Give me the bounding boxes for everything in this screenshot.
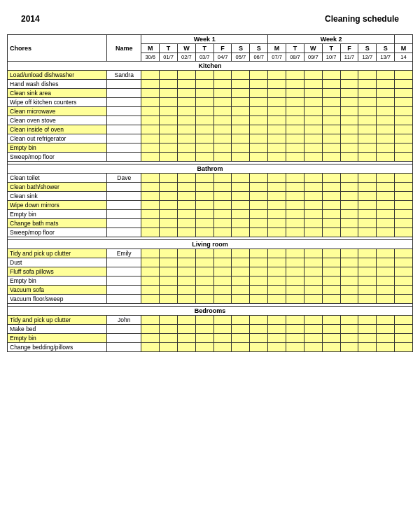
day-cell	[177, 107, 195, 116]
day-cell	[322, 80, 340, 89]
table-row: Dust	[8, 258, 413, 267]
day-cell	[340, 153, 358, 162]
day-cell	[286, 80, 304, 89]
day-cell	[214, 295, 232, 304]
day-cell	[141, 116, 160, 125]
day-cell	[214, 210, 232, 219]
day-cell	[214, 334, 232, 343]
chore-cell: Wipe off kitchen counters	[8, 98, 107, 107]
day-cell	[358, 153, 377, 162]
day-cell	[232, 183, 250, 192]
day-cell	[160, 89, 178, 98]
day-cell	[358, 210, 377, 219]
day-cell	[395, 334, 413, 343]
day-cell	[195, 334, 214, 343]
chore-cell: Clean out refrigerator	[8, 134, 107, 144]
day-cell	[141, 144, 160, 153]
day-cell	[141, 71, 160, 80]
table-row: Clean sink area	[8, 89, 413, 98]
day-cell	[268, 89, 286, 98]
day-cell	[340, 107, 358, 116]
day-cell	[358, 71, 377, 80]
day-cell	[232, 192, 250, 201]
table-row: Clean oven stove	[8, 116, 413, 125]
day-cell	[177, 89, 195, 98]
section-title-1: Bathrom	[8, 164, 413, 174]
day-cell	[250, 210, 268, 219]
day-cell	[160, 334, 178, 343]
day-cell	[395, 153, 413, 162]
day-cell	[377, 228, 395, 237]
day-cell	[160, 71, 178, 80]
day-cell	[395, 71, 413, 80]
day-cell	[304, 192, 322, 201]
day-cell	[304, 134, 322, 144]
day-cell	[322, 276, 340, 286]
day-cell	[377, 107, 395, 116]
day-cell	[395, 249, 413, 258]
day-cell	[250, 325, 268, 334]
day-cell	[304, 183, 322, 192]
name-cell: Dave	[107, 174, 141, 183]
table-row: Empty bin	[8, 334, 413, 343]
day-cell	[250, 295, 268, 304]
day-S3: S	[358, 44, 377, 53]
day-cell	[250, 125, 268, 134]
day-cell	[268, 258, 286, 267]
section-header-2: Living room	[8, 240, 413, 249]
day-W2: W	[304, 44, 322, 53]
day-cell	[322, 144, 340, 153]
day-cell	[268, 153, 286, 162]
day-cell	[177, 325, 195, 334]
day-cell	[177, 125, 195, 134]
day-cell	[141, 267, 160, 276]
day-cell	[141, 125, 160, 134]
day-cell	[340, 89, 358, 98]
day-cell	[214, 183, 232, 192]
day-cell	[268, 80, 286, 89]
day-cell	[195, 210, 214, 219]
day-cell	[286, 343, 304, 352]
day-cell	[160, 125, 178, 134]
day-cell	[250, 201, 268, 210]
day-cell	[322, 192, 340, 201]
day-cell	[177, 316, 195, 325]
section-title-2: Living room	[8, 240, 413, 249]
chore-cell: Change bath mats	[8, 219, 107, 228]
day-cell	[160, 192, 178, 201]
day-W1: W	[177, 44, 195, 53]
day-cell	[304, 125, 322, 134]
day-cell	[195, 343, 214, 352]
name-cell	[107, 153, 141, 162]
table-row: Tidy and pick up clutterEmily	[8, 249, 413, 258]
day-cell	[195, 174, 214, 183]
day-cell	[177, 276, 195, 286]
day-cell	[322, 210, 340, 219]
day-cell	[232, 174, 250, 183]
day-cell	[250, 174, 268, 183]
day-cell	[141, 325, 160, 334]
name-cell	[107, 258, 141, 267]
name-cell	[107, 295, 141, 304]
name-cell: Emily	[107, 249, 141, 258]
day-cell	[377, 316, 395, 325]
day-cell	[304, 210, 322, 219]
day-cell	[286, 153, 304, 162]
day-cell	[395, 228, 413, 237]
day-cell	[377, 334, 395, 343]
day-cell	[232, 201, 250, 210]
day-cell	[358, 98, 377, 107]
name-cell	[107, 98, 141, 107]
day-cell	[377, 183, 395, 192]
day-cell	[268, 228, 286, 237]
table-row: Sweep/mop floor	[8, 153, 413, 162]
name-cell	[107, 201, 141, 210]
day-cell	[160, 210, 178, 219]
day-cell	[322, 325, 340, 334]
day-cell	[340, 71, 358, 80]
table-row: Load/unload dishwasherSandra	[8, 71, 413, 80]
day-cell	[141, 174, 160, 183]
day-cell	[177, 295, 195, 304]
year-label: 2014	[21, 14, 40, 24]
name-cell	[107, 334, 141, 343]
